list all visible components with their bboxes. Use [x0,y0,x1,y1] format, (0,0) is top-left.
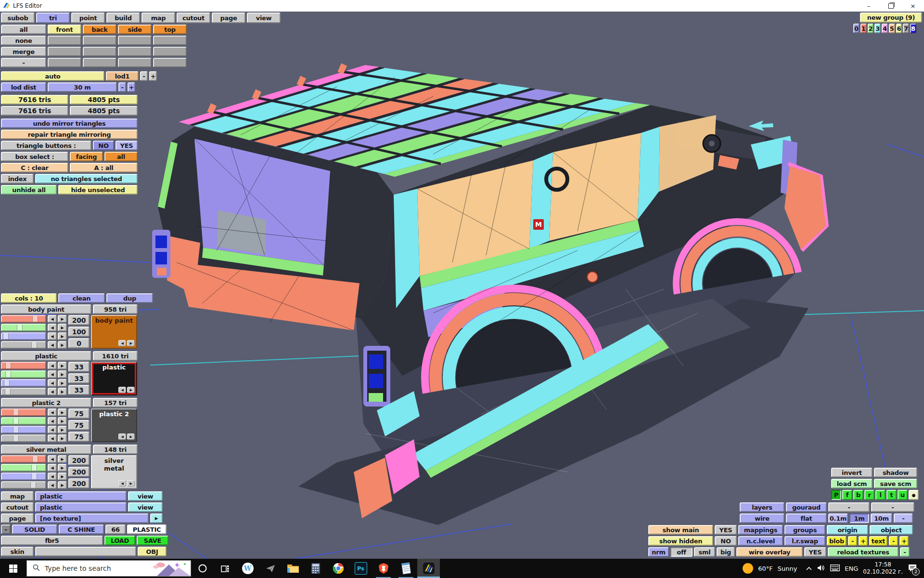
load-button[interactable]: LOAD [104,536,135,545]
filter-front[interactable]: front [48,25,81,34]
origin-button[interactable]: origin [827,525,868,535]
material-name[interactable]: body paint [1,304,91,314]
group-button-6[interactable]: 6 [896,24,902,33]
chrome-icon[interactable] [327,559,349,578]
grid-cell[interactable] [118,47,152,56]
grid-cell[interactable] [153,36,187,45]
flag-dot-button[interactable]: ● [909,490,919,500]
arrow-right-icon[interactable]: ▶ [58,481,67,489]
slider-red[interactable] [1,408,46,416]
cutout-view-button[interactable]: view [128,502,163,512]
cortana-icon[interactable] [191,559,214,578]
show-main-value[interactable]: YES [715,525,737,535]
taskbar-clock[interactable]: 17:58 02.10.2022 г. [863,561,903,576]
material-preview[interactable]: plastic 2 ◀▶ [91,408,137,442]
flag-p-button[interactable]: P [831,490,841,500]
volume-icon[interactable] [817,565,825,573]
brave-icon[interactable] [372,559,395,578]
mappings-button[interactable]: mappings [738,525,783,535]
restore-button[interactable] [880,0,902,12]
material-preview[interactable]: body paint ◀▶ [91,315,137,349]
arrow-right-icon[interactable]: ▶ [58,388,67,395]
grid-cell[interactable] [48,36,81,45]
value-field[interactable]: 200 [68,315,90,325]
slider-shine[interactable] [1,434,46,442]
arrow-left-icon[interactable]: ◀ [118,434,126,440]
language-indicator[interactable]: ENG [845,565,858,572]
triangle-buttons-yes[interactable]: YES [116,141,138,150]
filter-top[interactable]: top [153,25,187,34]
flag-b-button[interactable]: b [853,490,863,500]
slider-handle[interactable] [5,389,11,394]
tab-cutout[interactable]: cutout [177,13,210,23]
grid-cell[interactable] [153,58,187,67]
clean-button[interactable]: clean [58,293,105,303]
filter-none[interactable]: none [1,36,46,45]
arrow-left-icon[interactable]: ◀ [48,417,57,425]
slider-blue[interactable] [1,426,46,434]
slider-handle[interactable] [13,409,19,415]
select-all-button[interactable]: A : all [70,163,138,172]
slider-handle[interactable] [4,380,10,386]
arrow-right-icon[interactable]: ▶ [58,332,67,340]
material-name[interactable]: plastic [1,351,91,361]
blob-minus-button[interactable]: - [848,536,857,546]
arrow-left-icon[interactable]: ◀ [118,480,126,486]
wire-button[interactable]: wire [740,513,784,523]
value-field[interactable]: 200 [68,455,90,465]
dash-button[interactable]: - [828,502,870,512]
dash-button[interactable]: - [871,502,914,512]
slider-red[interactable] [1,455,46,463]
notification-center-icon[interactable]: 2 [908,564,917,574]
arrow-left-icon[interactable]: ◀ [48,481,57,489]
group-button-5[interactable]: 5 [889,24,895,33]
object-button[interactable]: object [870,525,913,535]
slider-shine[interactable] [1,341,46,349]
arrow-right-icon[interactable]: ▶ [58,434,67,442]
flat-button[interactable]: flat [786,513,827,523]
value-field[interactable]: 75 [68,432,90,442]
tab-point[interactable]: point [71,13,105,23]
slider-red[interactable] [1,315,46,323]
flag-r-button[interactable]: r [864,490,874,500]
box-select-all[interactable]: all [104,152,138,161]
value-field[interactable]: 200 [68,467,90,477]
grid-cell[interactable] [83,58,116,67]
lod1-button[interactable]: lod1 [106,71,139,81]
value-field[interactable]: 0 [68,338,90,348]
obj-button[interactable]: OBJ [138,547,167,556]
reload-textures-button[interactable]: reload textures [828,547,898,557]
group-button-2[interactable]: 2 [868,24,874,33]
slider-handle[interactable] [31,473,37,479]
surface-cshine-button[interactable]: C SHINE [59,525,104,534]
slider-blue[interactable] [1,379,46,387]
file-explorer-icon[interactable] [282,559,304,578]
map-label[interactable]: map [1,491,34,501]
arrow-right-icon[interactable]: ▶ [58,417,67,425]
nrm-button[interactable]: nrm [648,547,669,557]
dup-button[interactable]: dup [106,293,153,303]
slider-red[interactable] [1,362,46,369]
arrow-left-icon[interactable]: ◀ [48,408,57,416]
arrow-left-icon[interactable]: ◀ [48,473,57,480]
arrow-left-icon[interactable]: ◀ [48,370,57,378]
shadow-button[interactable]: shadow [874,468,917,477]
group-button-4[interactable]: 4 [882,24,888,33]
cutout-label[interactable]: cutout [1,502,34,512]
undo-mirror-button[interactable]: undo mirror triangles [1,118,138,128]
slider-handle[interactable] [13,427,19,433]
arrow-left-icon[interactable]: ◀ [48,388,57,395]
slider-handle[interactable] [5,363,11,368]
repair-mirror-button[interactable]: repair triangle mirroring [1,130,138,139]
grid-cell[interactable] [83,47,116,56]
grid-dash-button[interactable]: - [894,513,913,523]
page-texture-value[interactable]: [no texture] [35,513,149,523]
value-field[interactable]: 75 [68,420,90,430]
paper-plane-icon[interactable] [259,559,282,578]
filter-back[interactable]: back [83,25,116,34]
lod-dist-minus[interactable]: - [118,82,126,92]
map-view-button[interactable]: view [128,491,163,501]
tab-subob[interactable]: subob [1,13,35,23]
blob-plus-button[interactable]: + [859,536,868,546]
arrow-left-icon[interactable]: ◀ [48,379,57,387]
